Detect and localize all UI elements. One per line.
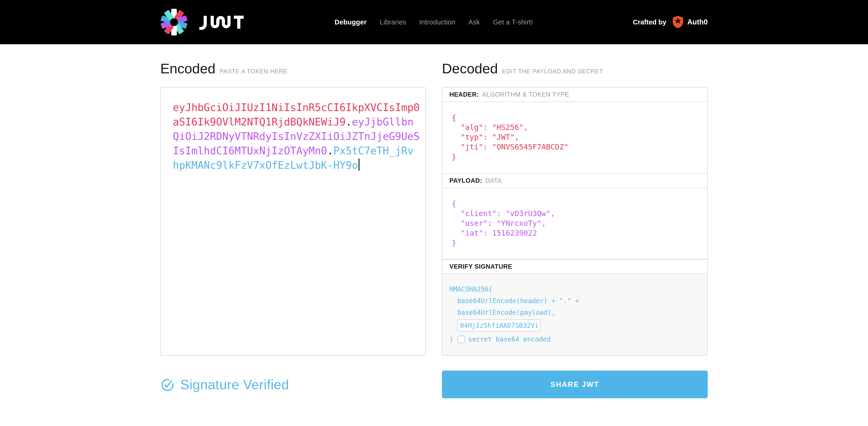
- token-separator-dot: .: [327, 145, 333, 157]
- token-separator-dot: .: [346, 116, 352, 128]
- navbar: Debugger Libraries Introduction Ask Get …: [0, 0, 868, 44]
- encoded-token-editor[interactable]: eyJhbGciOiJIUzI1NiIsInR5cCI6IkpXVCIsImp0…: [160, 87, 426, 356]
- encoded-heading: Encoded PASTE A TOKEN HERE: [160, 61, 426, 76]
- payload-section-label: PAYLOAD:: [450, 177, 482, 184]
- encoded-column: Encoded PASTE A TOKEN HERE eyJhbGciOiJIU…: [160, 61, 426, 398]
- nav-link-introduction[interactable]: Introduction: [419, 19, 456, 26]
- nav-link-debugger[interactable]: Debugger: [335, 19, 367, 26]
- nav-link-libraries[interactable]: Libraries: [380, 19, 406, 26]
- header-section-bar: HEADER: ALGORITHM & TOKEN TYPE: [442, 88, 707, 102]
- header-section-sublabel: ALGORITHM & TOKEN TYPE: [482, 91, 569, 98]
- verify-signature-bar: VERIFY SIGNATURE: [442, 259, 707, 274]
- crafted-by-label: Crafted by: [633, 19, 666, 26]
- jwt-token-text: eyJhbGciOiJIUzI1NiIsInR5cCI6IkpXVCIsImp0…: [173, 100, 420, 172]
- hmac-formula-line2: base64UrlEncode(header) + "." +: [450, 295, 707, 307]
- encoded-title: Encoded: [160, 61, 216, 76]
- secret-base64-label: secret base64 encoded: [468, 333, 551, 346]
- payload-json-editor[interactable]: { "client": "vD3rU3Qw", "user": "YNrcxoT…: [442, 188, 707, 259]
- header-section-label: HEADER:: [450, 91, 479, 98]
- signature-status-text: Signature Verified: [180, 376, 289, 392]
- secret-input[interactable]: [457, 319, 541, 331]
- signature-status: Signature Verified: [160, 370, 426, 398]
- check-circle-icon: [160, 378, 175, 392]
- auth0-shield-icon: [672, 16, 683, 28]
- nav-menu: Debugger Libraries Introduction Ask Get …: [335, 19, 533, 26]
- hmac-formula-line1: HMACSHA256(: [450, 284, 707, 295]
- decoded-title: Decoded: [442, 61, 498, 76]
- secret-options-row: ) secret base64 encoded: [450, 333, 707, 346]
- verify-signature-label: VERIFY SIGNATURE: [450, 263, 512, 270]
- auth0-brand-label: Auth0: [687, 18, 708, 26]
- jwt-pinwheel-icon: [160, 8, 188, 36]
- verify-signature-area: HMACSHA256( base64UrlEncode(header) + ".…: [442, 274, 707, 355]
- encoded-subtitle: PASTE A TOKEN HERE: [220, 68, 287, 75]
- hmac-formula-line3: base64UrlEncode(payload),: [450, 307, 707, 319]
- secret-base64-checkbox[interactable]: [458, 336, 465, 343]
- payload-section-bar: PAYLOAD: DATA: [442, 174, 707, 188]
- nav-link-tshirt[interactable]: Get a T-shirt!: [493, 19, 533, 26]
- jwt-wordmark: [196, 14, 244, 30]
- decoded-column: Decoded EDIT THE PAYLOAD AND SECRET HEAD…: [442, 61, 708, 398]
- share-jwt-button[interactable]: SHARE JWT: [442, 370, 708, 398]
- decoded-subtitle: EDIT THE PAYLOAD AND SECRET: [502, 68, 603, 75]
- text-cursor-caret: [359, 159, 360, 171]
- decoded-panel: HEADER: ALGORITHM & TOKEN TYPE { "alg": …: [442, 87, 708, 356]
- jwt-logo-link[interactable]: [160, 8, 244, 36]
- nav-link-ask[interactable]: Ask: [468, 19, 480, 26]
- payload-section-sublabel: DATA: [486, 177, 502, 184]
- closing-paren: ): [450, 333, 453, 346]
- header-json-editor[interactable]: { "alg": "HS256", "typ": "JWT", "jti": "…: [442, 102, 707, 174]
- crafted-by-auth0-link[interactable]: Crafted by Auth0: [633, 16, 708, 28]
- decoded-heading: Decoded EDIT THE PAYLOAD AND SECRET: [442, 61, 708, 76]
- debugger-main: Encoded PASTE A TOKEN HERE eyJhbGciOiJIU…: [160, 44, 708, 398]
